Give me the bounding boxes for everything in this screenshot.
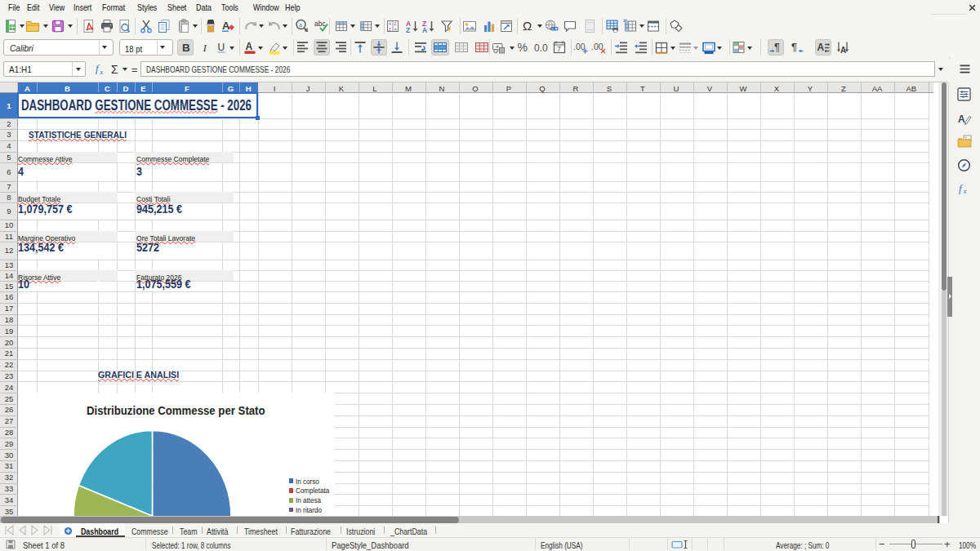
svg-text:d: d [305, 27, 308, 33]
svg-text:A: A [246, 41, 253, 52]
svg-text:A: A [422, 26, 427, 34]
svg-text:.00: .00 [573, 42, 586, 51]
svg-text:%: % [518, 41, 528, 54]
svg-text:A: A [222, 20, 230, 32]
svg-text:x: x [963, 187, 967, 195]
svg-text:A: A [958, 113, 965, 125]
svg-text:B: B [182, 42, 190, 54]
svg-text:x: x [99, 68, 103, 76]
svg-text:=: = [131, 64, 138, 76]
svg-text:abc: abc [314, 20, 326, 28]
svg-text:Σ: Σ [111, 63, 118, 76]
svg-text:Z: Z [406, 26, 410, 34]
svg-text:A: A [840, 46, 846, 55]
svg-text:a: a [299, 21, 302, 27]
svg-text:Ω: Ω [523, 19, 532, 33]
svg-text:A: A [817, 42, 825, 53]
svg-text:I: I [203, 42, 208, 54]
svg-text:A: A [394, 26, 397, 31]
svg-text:7: 7 [557, 45, 561, 53]
svg-text:A: A [389, 21, 392, 26]
svg-text:U: U [218, 42, 225, 53]
svg-text:0.0: 0.0 [534, 42, 548, 54]
svg-text:¶: ¶ [774, 41, 780, 53]
svg-text:¶: ¶ [791, 41, 797, 53]
